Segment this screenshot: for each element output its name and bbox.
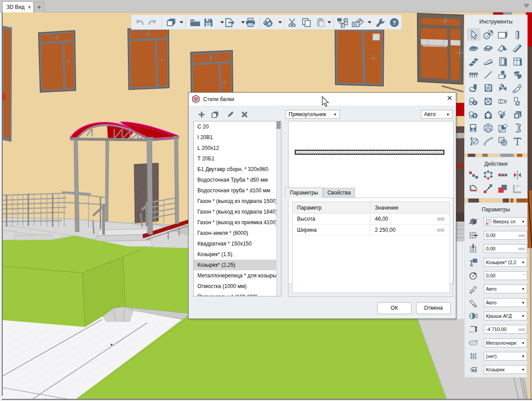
svg-text:A: A: [485, 34, 488, 39]
svg-text:?: ?: [393, 19, 396, 26]
svg-text:A1: A1: [472, 368, 476, 372]
